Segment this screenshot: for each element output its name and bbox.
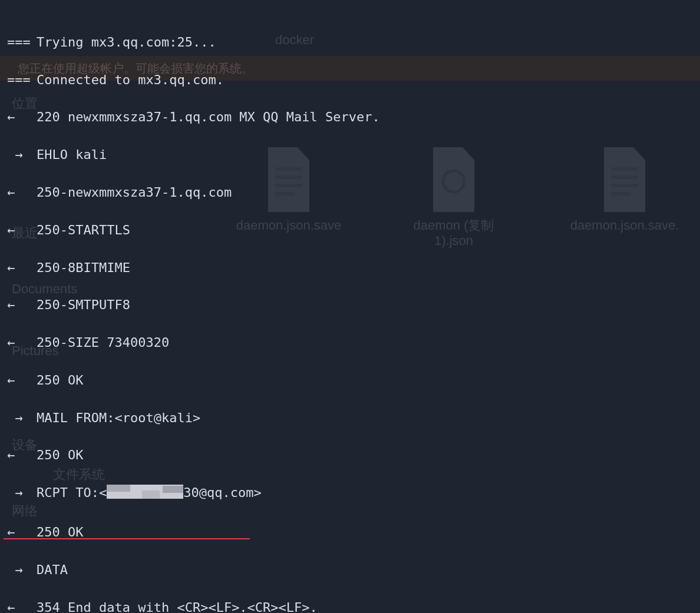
terminal-line: ←220 newxmmxsza37-1.qq.com MX QQ Mail Se… (7, 108, 700, 127)
terminal-line: →DATA (7, 561, 700, 579)
redacted-block (107, 485, 183, 504)
line-text: DATA (37, 561, 68, 579)
line-marker-recv: ← (7, 183, 37, 202)
line-marker-send: → (7, 145, 37, 164)
line-text: 250-newxmmxsza37-1.qq.com (37, 183, 232, 202)
line-marker-recv: ← (7, 333, 37, 352)
line-marker-recv: ← (7, 108, 37, 127)
line-text: 250-STARTTLS (37, 221, 130, 240)
terminal-line: ←354 End data with <CR><LF>.<CR><LF>. (7, 598, 700, 613)
terminal-line: ←250-8BITMIME (7, 259, 700, 277)
line-marker-recv: ← (7, 221, 37, 240)
line-marker-send: → (7, 483, 37, 502)
terminal-output: ===Trying mx3.qq.com:25... ===Connected … (0, 0, 700, 613)
svg-rect-11 (142, 491, 160, 499)
terminal-line: →MAIL FROM:<root@kali> (7, 409, 700, 428)
terminal-line: ←250-newxmmxsza37-1.qq.com (7, 183, 700, 202)
terminal-line: ←250 OK (7, 371, 700, 390)
line-text: 354 End data with <CR><LF>.<CR><LF>. (37, 598, 318, 613)
line-text: Connected to mx3.qq.com. (37, 71, 224, 90)
line-marker-recv: ← (7, 296, 37, 314)
line-marker-info: === (7, 33, 37, 52)
text-before-redact: RCPT TO:< (37, 485, 107, 500)
line-text: 250-SMTPUTF8 (37, 296, 130, 314)
svg-rect-10 (107, 485, 130, 492)
line-text: 220 newxmmxsza37-1.qq.com MX QQ Mail Ser… (37, 108, 380, 127)
terminal-line: →RCPT TO:<30@qq.com> (7, 483, 700, 504)
line-text: Trying mx3.qq.com:25... (37, 33, 216, 52)
line-text: 250 OK (37, 446, 83, 465)
terminal-line: ←250-STARTTLS (7, 221, 700, 240)
line-text: 250 OK (37, 371, 83, 390)
svg-rect-12 (163, 486, 183, 493)
terminal-line: ←250-SMTPUTF8 (7, 296, 700, 314)
line-marker-send: → (7, 409, 37, 428)
error-underline (4, 538, 250, 539)
line-marker-recv: ← (7, 598, 37, 613)
terminal-line: ===Trying mx3.qq.com:25... (7, 33, 700, 52)
line-marker-send: → (7, 561, 37, 579)
terminal-line: →EHLO kali (7, 145, 700, 164)
line-marker-recv: ← (7, 259, 37, 277)
line-text: 250-SIZE 73400320 (37, 333, 169, 352)
terminal-line: ←250-SIZE 73400320 (7, 333, 700, 352)
terminal-line: ===Connected to mx3.qq.com. (7, 71, 700, 90)
line-marker-recv: ← (7, 446, 37, 465)
line-text: RCPT TO:<30@qq.com> (37, 483, 262, 504)
line-text: MAIL FROM:<root@kali> (37, 409, 200, 428)
line-text: 250-8BITMIME (37, 259, 130, 277)
line-marker-recv: ← (7, 371, 37, 390)
text-after-redact: 30@qq.com> (183, 485, 261, 500)
terminal-line: ←250 OK (7, 446, 700, 465)
line-text: EHLO kali (37, 145, 107, 164)
line-marker-info: === (7, 71, 37, 90)
